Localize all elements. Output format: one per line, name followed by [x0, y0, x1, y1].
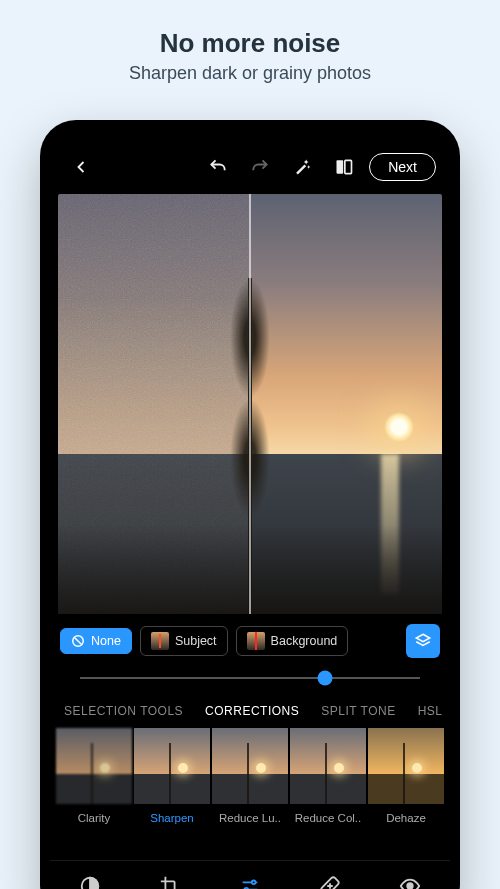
mask-background-button[interactable]: Background [236, 626, 349, 656]
phone-notch [180, 120, 320, 142]
category-tabs: SELECTION TOOLS CORRECTIONS SPLIT TONE H… [50, 696, 450, 728]
nav-redeye[interactable] [388, 864, 432, 890]
mask-background-label: Background [271, 634, 338, 648]
preset-reduce-luminance[interactable]: Reduce Lu.. [212, 728, 288, 830]
contrast-icon [79, 875, 101, 890]
promo-title: No more noise [20, 28, 480, 59]
tab-corrections[interactable]: CORRECTIONS [205, 704, 299, 718]
preset-strip: Clarity Sharpen Reduce Lu.. Reduce Col..… [50, 728, 450, 830]
compare-divider[interactable] [249, 194, 251, 614]
layers-icon [414, 632, 432, 650]
svg-rect-0 [337, 160, 344, 173]
nav-crop[interactable] [148, 864, 192, 890]
nav-adjust[interactable] [228, 864, 272, 890]
mask-none-button[interactable]: None [60, 628, 132, 654]
phone-frame: Next None Subject [40, 120, 460, 889]
adjustment-slider[interactable] [80, 670, 420, 686]
svg-rect-1 [345, 160, 352, 173]
back-button[interactable] [64, 150, 98, 184]
mask-selector-row: None Subject Background [50, 614, 450, 664]
tab-hsl[interactable]: HSL [418, 704, 443, 718]
adjustment-slider-row [50, 664, 450, 696]
background-thumb-icon [247, 632, 265, 650]
mask-subject-button[interactable]: Subject [140, 626, 228, 656]
promo-subtitle: Sharpen dark or grainy photos [20, 63, 480, 84]
crop-icon [159, 875, 181, 890]
svg-point-5 [407, 883, 413, 889]
tab-selection-tools[interactable]: SELECTION TOOLS [64, 704, 183, 718]
bottom-nav [50, 860, 450, 889]
preset-reduce-color[interactable]: Reduce Col.. [290, 728, 366, 830]
photo-canvas[interactable] [58, 194, 442, 614]
redo-button[interactable] [243, 150, 277, 184]
preset-dehaze[interactable]: Dehaze [368, 728, 444, 830]
compare-icon [334, 157, 354, 177]
tab-split-tone[interactable]: SPLIT TONE [321, 704, 395, 718]
none-icon [71, 634, 85, 648]
compare-button[interactable] [327, 150, 361, 184]
arrow-left-icon [71, 157, 91, 177]
app-screen: Next None Subject [50, 130, 450, 889]
redo-icon [250, 157, 270, 177]
sliders-icon [239, 875, 261, 890]
preset-clarity[interactable]: Clarity [56, 728, 132, 830]
mask-subject-label: Subject [175, 634, 217, 648]
wand-icon [292, 157, 312, 177]
preset-sharpen[interactable]: Sharpen [134, 728, 210, 830]
undo-button[interactable] [201, 150, 235, 184]
mask-none-label: None [91, 634, 121, 648]
undo-icon [208, 157, 228, 177]
auto-enhance-button[interactable] [285, 150, 319, 184]
next-button[interactable]: Next [369, 153, 436, 181]
nav-heal[interactable] [308, 864, 352, 890]
subject-thumb-icon [151, 632, 169, 650]
heal-icon [319, 875, 341, 890]
layers-button[interactable] [406, 624, 440, 658]
nav-contrast[interactable] [68, 864, 112, 890]
slider-thumb[interactable] [317, 671, 332, 686]
eye-icon [399, 875, 421, 890]
